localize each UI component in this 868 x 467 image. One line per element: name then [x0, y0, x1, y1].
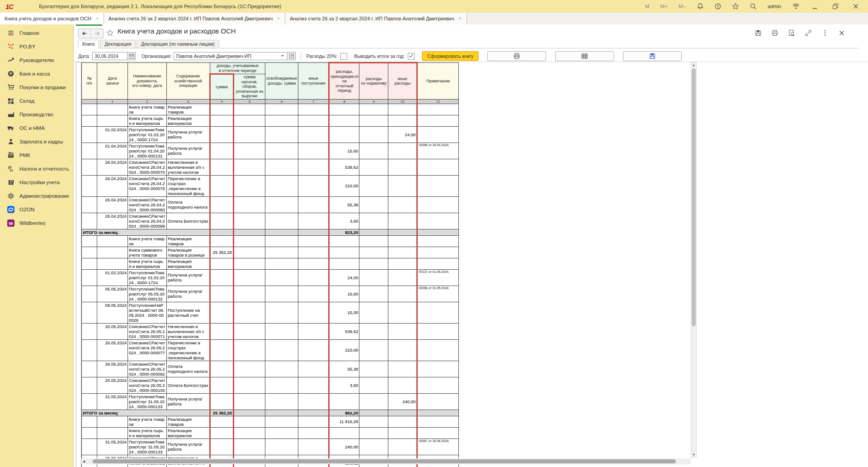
cell[interactable]: [359, 302, 388, 323]
search-icon[interactable]: [749, 3, 757, 10]
table-row[interactable]: 26.05.2024СписаниеСРасчетногоСчета 26.05…: [82, 361, 459, 377]
cell[interactable]: [265, 126, 298, 143]
get-link-icon[interactable]: [805, 29, 812, 37]
cell[interactable]: Реализация материалов: [167, 115, 210, 126]
cell[interactable]: [265, 339, 298, 361]
cell[interactable]: [359, 361, 388, 377]
cell[interactable]: 3,60: [329, 377, 359, 393]
form-tab-1[interactable]: Книга: [78, 40, 99, 48]
cell[interactable]: [265, 302, 298, 323]
cell[interactable]: 01.02.2024: [97, 126, 128, 143]
cell[interactable]: [359, 269, 388, 286]
scale-m-minus-button[interactable]: M−: [679, 4, 686, 9]
cell[interactable]: ПоступлениеТоваровУслуг 05.05.2024 , 000…: [128, 286, 167, 302]
cell[interactable]: [82, 302, 97, 323]
cell[interactable]: [234, 377, 265, 393]
cell[interactable]: [298, 361, 329, 377]
save-icon[interactable]: [755, 29, 762, 37]
cell[interactable]: [82, 377, 97, 393]
table-row[interactable]: Книга учета сырья и материаловРеализация…: [82, 258, 459, 269]
cell[interactable]: [210, 393, 234, 410]
cell[interactable]: 11 816,28: [329, 416, 359, 427]
cell[interactable]: [234, 339, 265, 361]
cell[interactable]: 01.04.2024: [97, 143, 128, 159]
cell[interactable]: [417, 416, 459, 427]
cell[interactable]: [388, 175, 417, 196]
cell[interactable]: Реализация материалов: [167, 258, 210, 269]
cell[interactable]: СписаниеСРасчетногоСчета 26.04.2024 , 00…: [128, 175, 167, 196]
cell[interactable]: 25 362,20: [210, 410, 234, 416]
cell[interactable]: 26.04.2024: [97, 196, 128, 213]
cell[interactable]: [265, 258, 298, 269]
table-row[interactable]: 05.05.2024ПоступлениеТоваровУслуг 05.05.…: [82, 286, 459, 302]
cell[interactable]: Книга учета товаров: [128, 104, 167, 115]
sidebar-item-gear[interactable]: Администрирование: [0, 189, 73, 203]
cell[interactable]: [265, 361, 298, 377]
cell[interactable]: Книга учета сырья и материалов: [128, 427, 167, 438]
cell[interactable]: [234, 438, 265, 455]
print-preview-icon[interactable]: [788, 29, 795, 37]
cell[interactable]: СписаниеСРасчетногоСчета 26.05.2024 , 00…: [128, 339, 167, 361]
back-button[interactable]: [78, 29, 90, 38]
cell[interactable]: [82, 104, 97, 115]
cell[interactable]: [82, 175, 97, 196]
cell[interactable]: [97, 416, 128, 427]
cell[interactable]: [234, 302, 265, 323]
cell[interactable]: [82, 393, 97, 410]
cell[interactable]: 00067 от 30.06.2024;: [417, 438, 459, 455]
cell[interactable]: [265, 323, 298, 339]
cell[interactable]: [82, 126, 97, 143]
table-row[interactable]: 26.05.2024СписаниеСРасчетногоСчета 26.05…: [82, 377, 459, 393]
cell[interactable]: [97, 235, 128, 247]
cell[interactable]: ПоступлениеТоваровУслуг 01.04.2024 , 000…: [128, 143, 167, 159]
cell[interactable]: [210, 229, 234, 235]
cell[interactable]: [388, 115, 417, 126]
cell[interactable]: 26.05.2024: [97, 323, 128, 339]
cell[interactable]: [265, 213, 298, 229]
table-row[interactable]: 26.04.2024СписаниеСРасчетногоСчета 26.04…: [82, 159, 459, 175]
cell[interactable]: [265, 175, 298, 196]
cell[interactable]: [298, 416, 329, 427]
cell[interactable]: 15,00: [329, 302, 359, 323]
organization-select[interactable]: Павлов Анатолий Дмитриевич ИП: [174, 52, 288, 60]
cell[interactable]: 210,00: [329, 175, 359, 196]
cell[interactable]: Оплата подоходного налога: [167, 196, 210, 213]
cell[interactable]: [359, 339, 388, 361]
cell[interactable]: [417, 323, 459, 339]
table-row[interactable]: Книга учета товаровРеализация товаров: [82, 104, 459, 115]
cell[interactable]: 26.05.2024: [97, 377, 128, 393]
cell[interactable]: 09.05.2024: [97, 302, 128, 323]
cell[interactable]: [417, 196, 459, 213]
cell[interactable]: [417, 115, 459, 126]
cell[interactable]: [265, 410, 298, 416]
cell[interactable]: [329, 235, 359, 247]
sidebar-item-person[interactable]: Зарплата и кадры: [0, 135, 73, 148]
cell[interactable]: [234, 427, 265, 438]
form-tab-2[interactable]: Декларация: [100, 40, 136, 48]
cell[interactable]: [359, 143, 388, 159]
cell[interactable]: [210, 258, 234, 269]
cell[interactable]: [265, 247, 298, 258]
cell[interactable]: Книга учета товаров: [128, 235, 167, 247]
window-tab-1[interactable]: Книга учета доходов и расходов ОСН: [0, 13, 104, 24]
cell[interactable]: [210, 416, 234, 427]
cell[interactable]: [82, 235, 97, 247]
cell[interactable]: [298, 410, 329, 416]
cell[interactable]: 31.05.2024: [97, 393, 128, 410]
cell[interactable]: [417, 159, 459, 175]
cell[interactable]: [97, 104, 128, 115]
cell[interactable]: [298, 213, 329, 229]
cell[interactable]: 210,00: [329, 339, 359, 361]
cell[interactable]: 15,60: [329, 286, 359, 302]
sidebar-item-trend[interactable]: Руководителю: [0, 53, 73, 67]
cell[interactable]: 25 362,20: [210, 247, 234, 258]
cell[interactable]: [388, 302, 417, 323]
window-tab-2[interactable]: Анализ счета 26 за 2 квартал 2024 г. ИП …: [104, 13, 285, 24]
cell[interactable]: [234, 269, 265, 286]
cell[interactable]: 00065 от 30.04.2024;: [417, 143, 459, 159]
cell[interactable]: [234, 235, 265, 247]
cell[interactable]: [265, 235, 298, 247]
cell[interactable]: [210, 286, 234, 302]
table-row[interactable]: 31.05.2024ПоступлениеТоваровУслуг 31.05.…: [82, 438, 459, 455]
cell[interactable]: 31.05.2024: [97, 438, 128, 455]
